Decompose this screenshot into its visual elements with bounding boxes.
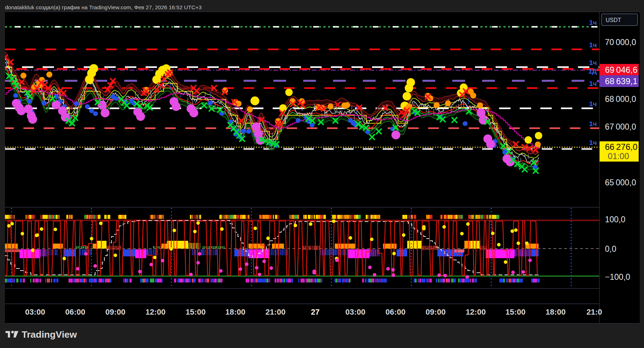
svg-text:70 000,0: 70 000,0 [605,38,636,47]
svg-text:12:00: 12:00 [466,308,486,316]
svg-text:TradingView: TradingView [22,329,77,340]
svg-text:67 000,0: 67 000,0 [605,122,636,131]
svg-text:100,0: 100,0 [605,215,626,224]
svg-text:21:0: 21:0 [586,308,602,316]
svg-text:06:00: 06:00 [65,308,85,316]
svg-text:68 639,1: 68 639,1 [605,76,638,86]
svg-text:1ч: 1ч [589,59,597,66]
svg-text:21:00: 21:00 [266,308,285,316]
svg-text:−100,0: −100,0 [605,272,630,282]
svg-text:01:00: 01:00 [608,151,629,161]
svg-text:1ч: 1ч [589,41,597,49]
svg-text:1Д: 1Д [588,67,597,75]
svg-text:0,0: 0,0 [605,244,616,254]
svg-text:65 000,0: 65 000,0 [605,178,636,187]
svg-text:1ч: 1ч [589,19,597,26]
svg-text:15:00: 15:00 [506,308,525,316]
svg-text:66 276,0: 66 276,0 [605,142,638,152]
svg-text:donatakkluk создал(а) график н: donatakkluk создал(а) график на TradingV… [5,4,202,10]
svg-text:1ч: 1ч [589,80,597,87]
svg-text:18:00: 18:00 [546,308,566,316]
svg-text:09:00: 09:00 [105,308,125,316]
svg-text:69 046,6: 69 046,6 [605,65,638,75]
svg-text:68 000,0: 68 000,0 [605,94,636,104]
svg-text:03:00: 03:00 [345,308,365,316]
svg-text:1ч: 1ч [589,139,597,146]
svg-text:USDT: USDT [606,17,621,23]
svg-text:18:00: 18:00 [225,308,245,316]
svg-text:12:00: 12:00 [146,308,165,316]
svg-text:1ч: 1ч [589,100,597,108]
svg-text:1ч: 1ч [589,120,597,127]
svg-text:03:00: 03:00 [25,308,45,316]
svg-text:15:00: 15:00 [186,308,206,316]
svg-text:27: 27 [311,308,320,316]
svg-text:06:00: 06:00 [386,308,405,316]
svg-text:09:00: 09:00 [426,308,446,316]
